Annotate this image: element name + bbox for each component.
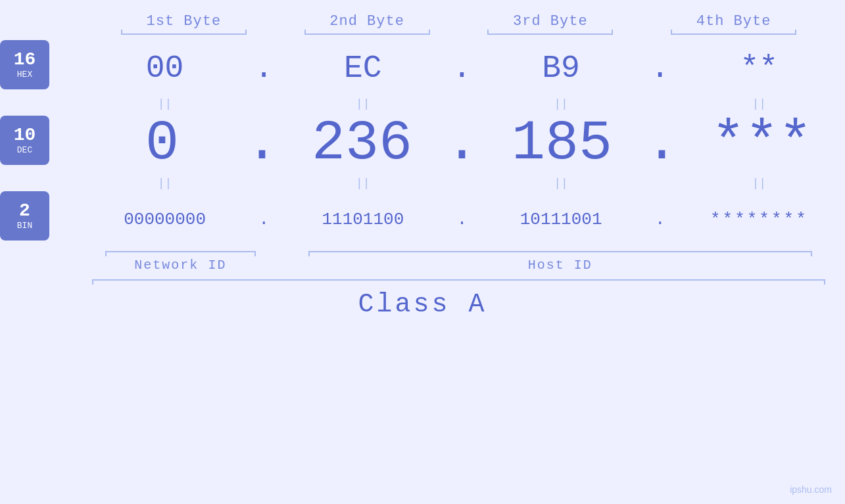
dec-b2: 236 <box>279 112 445 175</box>
dec-badge-num: 10 <box>14 126 36 146</box>
class-label: Class A <box>0 290 845 319</box>
hex-sep2: . <box>449 51 475 86</box>
eq-cell-2a: || <box>79 175 251 191</box>
hex-row-group: 16 HEX 00 . EC . B9 . ** <box>0 40 845 96</box>
byte4-header: 4th Byte <box>642 13 825 30</box>
eq-cell-1a: || <box>79 96 251 112</box>
eq-sep-1b <box>449 96 475 112</box>
bin-badge-num: 2 <box>19 201 30 221</box>
byte3-header: 3rd Byte <box>459 13 642 30</box>
eq-cell-1d: || <box>673 96 845 112</box>
dec-badge-label: DEC <box>17 145 32 155</box>
eq-sep-1c <box>647 96 673 112</box>
dec-sep3: . <box>645 112 679 175</box>
equals-row-2: || || || || <box>0 175 845 191</box>
bracket-cell-1 <box>92 34 276 35</box>
hex-sep3: . <box>647 51 673 86</box>
dec-b1: 0 <box>79 112 245 175</box>
eq-vals-1: || || || || <box>79 96 845 112</box>
hex-b1: 00 <box>79 51 251 86</box>
bracket-line-1 <box>121 34 247 35</box>
network-id-label: Network ID <box>92 258 269 273</box>
bottom-bracket-network <box>92 251 269 252</box>
bin-sep3: . <box>647 210 673 229</box>
dec-sep2: . <box>445 112 479 175</box>
eq-cell-1c: || <box>475 96 647 112</box>
bracket-cell-2 <box>276 34 459 35</box>
hex-b4: ** <box>673 51 845 86</box>
bin-values: 00000000 . 11101100 . 10111001 . *******… <box>79 210 845 229</box>
byte2-header: 2nd Byte <box>276 13 459 30</box>
eq-sep-2c <box>647 175 673 191</box>
eq-cell-2c: || <box>475 175 647 191</box>
main-container: 1st Byte 2nd Byte 3rd Byte 4th Byte 16 H… <box>0 0 845 504</box>
bin-row-group: 2 BIN 00000000 . 11101100 . 10111001 . *… <box>0 191 845 247</box>
eq-cell-2b: || <box>277 175 448 191</box>
bracket-line-3 <box>487 34 613 35</box>
bottom-brackets <box>0 251 845 252</box>
eq-badge-slot-2 <box>0 175 79 191</box>
byte-headers: 1st Byte 2nd Byte 3rd Byte 4th Byte <box>0 0 845 30</box>
bin-b4: ******** <box>673 210 845 229</box>
eq-sep-1a <box>251 96 277 112</box>
bline-network <box>105 251 256 252</box>
hex-badge-num: 16 <box>14 50 36 70</box>
dec-b3: 185 <box>479 112 645 175</box>
hex-values: 00 . EC . B9 . ** <box>79 51 845 86</box>
dec-row-group: 10 DEC 0 . 236 . 185 . *** <box>0 112 845 175</box>
full-bline <box>92 279 825 281</box>
hex-badge: 16 HEX <box>0 40 49 89</box>
bracket-cell-3 <box>459 34 642 35</box>
id-labels: Network ID Host ID <box>0 258 845 273</box>
watermark: ipshu.com <box>790 484 832 495</box>
bin-badge: 2 BIN <box>0 191 49 241</box>
full-bracket <box>92 279 825 281</box>
host-id-label: Host ID <box>295 258 825 273</box>
dec-b4: *** <box>679 112 845 175</box>
bracket-cell-4 <box>642 34 825 35</box>
hex-sep1: . <box>251 51 277 86</box>
top-brackets <box>0 34 845 35</box>
byte1-header: 1st Byte <box>92 13 276 30</box>
hex-b2: EC <box>277 51 448 86</box>
bin-badge-slot: 2 BIN <box>0 191 79 247</box>
eq-badge-slot-1 <box>0 96 79 112</box>
eq-vals-2: || || || || <box>79 175 845 191</box>
bline-host <box>308 251 812 252</box>
bin-b2: 11101100 <box>277 210 448 229</box>
dec-badge-slot: 10 DEC <box>0 116 79 172</box>
equals-row-1: || || || || <box>0 96 845 112</box>
bin-badge-label: BIN <box>17 221 32 231</box>
eq-cell-1b: || <box>277 96 448 112</box>
hex-badge-slot: 16 HEX <box>0 40 79 96</box>
bin-sep2: . <box>449 210 475 229</box>
dec-sep1: . <box>245 112 279 175</box>
eq-sep-2b <box>449 175 475 191</box>
eq-cell-2d: || <box>673 175 845 191</box>
bin-sep1: . <box>251 210 277 229</box>
dec-badge: 10 DEC <box>0 116 49 165</box>
bin-b3: 10111001 <box>475 210 647 229</box>
hex-badge-label: HEX <box>17 70 32 80</box>
bin-b1: 00000000 <box>79 210 251 229</box>
bottom-bracket-host <box>295 251 825 252</box>
dec-values: 0 . 236 . 185 . *** <box>79 112 845 175</box>
eq-sep-2a <box>251 175 277 191</box>
bracket-line-4 <box>671 34 796 35</box>
hex-b3: B9 <box>475 51 647 86</box>
bracket-line-2 <box>304 34 430 35</box>
